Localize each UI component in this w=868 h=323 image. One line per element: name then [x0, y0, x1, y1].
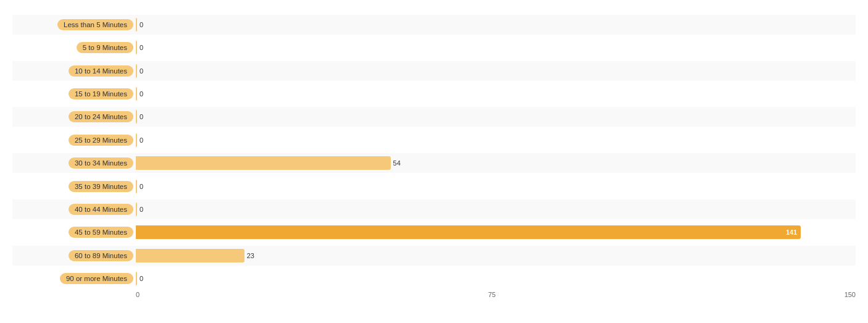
bar-label-container: 25 to 29 Minutes — [12, 135, 136, 146]
bar-row: 10 to 14 Minutes0 — [12, 61, 856, 81]
bar-row: 60 to 89 Minutes23 — [12, 246, 856, 266]
bar-label-container: 30 to 34 Minutes — [12, 157, 136, 169]
bar-value: 0 — [140, 44, 143, 51]
bar-container: 54 — [136, 153, 856, 173]
x-axis-label: 75 — [488, 291, 496, 298]
bar-fill: 0 — [136, 110, 137, 124]
bar-fill: 0 — [136, 272, 137, 285]
bar-label-pill: 25 to 29 Minutes — [69, 135, 133, 146]
bar-label-container: 35 to 39 Minutes — [12, 181, 136, 192]
bar-value: 141 — [786, 229, 797, 236]
bar-label-container: 5 to 9 Minutes — [12, 42, 136, 53]
x-axis: 075150 — [136, 288, 856, 298]
bar-row: Less than 5 Minutes0 — [12, 15, 856, 35]
bar-label-container: Less than 5 Minutes — [12, 19, 136, 30]
bar-container: 0 — [136, 38, 856, 57]
bar-row: 25 to 29 Minutes0 — [12, 130, 856, 150]
bar-container: 0 — [136, 199, 856, 219]
bar-fill: 0 — [136, 133, 137, 147]
bar-value: 23 — [247, 252, 254, 259]
bar-label-container: 20 to 24 Minutes — [12, 111, 136, 122]
x-axis-label: 150 — [845, 291, 856, 298]
bars-section: Less than 5 Minutes05 to 9 Minutes010 to… — [12, 15, 856, 288]
bar-value: 0 — [140, 67, 143, 75]
bar-label-pill: 40 to 44 Minutes — [69, 204, 133, 215]
main-container: Less than 5 Minutes05 to 9 Minutes010 to… — [0, 0, 868, 323]
bar-row: 45 to 59 Minutes141 — [12, 222, 856, 242]
bar-fill: 0 — [136, 41, 137, 54]
bar-container: 0 — [136, 15, 856, 35]
bar-container: 0 — [136, 177, 856, 196]
bar-fill: 0 — [136, 87, 137, 101]
bar-value: 0 — [140, 206, 143, 213]
bar-value: 0 — [140, 21, 143, 28]
bar-container: 0 — [136, 84, 856, 104]
bar-value: 0 — [140, 183, 143, 190]
bar-container: 0 — [136, 269, 856, 288]
bar-row: 35 to 39 Minutes0 — [12, 177, 856, 196]
chart-area: Less than 5 Minutes05 to 9 Minutes010 to… — [12, 15, 856, 298]
bar-label-container: 90 or more Minutes — [12, 273, 136, 284]
bar-value: 0 — [140, 136, 143, 144]
bar-label-pill: 30 to 34 Minutes — [69, 157, 133, 169]
bar-container: 23 — [136, 246, 856, 266]
bar-container: 0 — [136, 130, 856, 150]
bar-value: 54 — [393, 159, 401, 167]
bar-label-pill: 35 to 39 Minutes — [69, 181, 133, 192]
bar-fill: 0 — [136, 203, 137, 216]
bar-fill: 0 — [136, 18, 137, 31]
bar-label-pill: 5 to 9 Minutes — [77, 42, 133, 53]
bar-row: 30 to 34 Minutes54 — [12, 153, 856, 173]
x-axis-label: 0 — [136, 291, 140, 298]
bar-label-container: 45 to 59 Minutes — [12, 227, 136, 238]
bar-label-pill: 15 to 19 Minutes — [69, 88, 133, 99]
bar-row: 20 to 24 Minutes0 — [12, 107, 856, 127]
bar-container: 0 — [136, 107, 856, 127]
bar-label-pill: 60 to 89 Minutes — [69, 250, 133, 261]
bar-value: 0 — [140, 113, 143, 120]
bar-label-pill: 45 to 59 Minutes — [69, 227, 133, 238]
bar-label-pill: 90 or more Minutes — [60, 273, 133, 284]
bar-row: 40 to 44 Minutes0 — [12, 199, 856, 219]
bar-fill: 0 — [136, 64, 137, 78]
bar-label-pill: 10 to 14 Minutes — [69, 65, 133, 77]
bar-row: 15 to 19 Minutes0 — [12, 84, 856, 104]
bar-value: 0 — [140, 90, 143, 98]
bar-label-container: 10 to 14 Minutes — [12, 65, 136, 77]
bar-label-container: 40 to 44 Minutes — [12, 204, 136, 215]
bar-row: 90 or more Minutes0 — [12, 269, 856, 288]
bar-row: 5 to 9 Minutes0 — [12, 38, 856, 57]
bar-label-pill: 20 to 24 Minutes — [69, 111, 133, 122]
bar-container: 0 — [136, 61, 856, 81]
bar-label-pill: Less than 5 Minutes — [57, 19, 133, 30]
bar-label-container: 60 to 89 Minutes — [12, 250, 136, 261]
bar-container: 141 — [136, 222, 856, 242]
bar-fill: 0 — [136, 180, 137, 193]
bar-fill: 54 — [136, 156, 391, 170]
bar-value: 0 — [140, 275, 143, 282]
bar-fill: 23 — [136, 249, 244, 262]
bar-fill: 141 — [136, 225, 801, 239]
bar-label-container: 15 to 19 Minutes — [12, 88, 136, 99]
